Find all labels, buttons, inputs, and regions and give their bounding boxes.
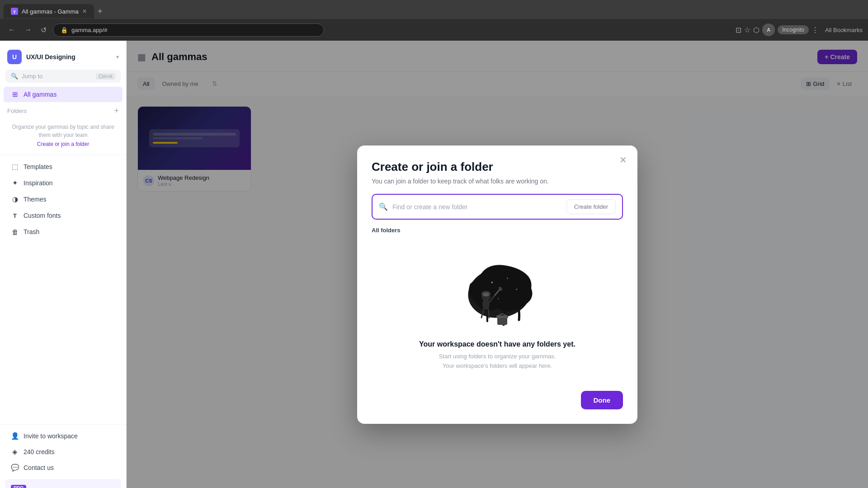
sidebar-item-contact[interactable]: 💬 Contact us	[4, 460, 123, 475]
sidebar-item-label: All gammas	[24, 91, 57, 98]
sidebar-label-contact: Contact us	[24, 464, 54, 471]
sidebar-item-custom-fonts[interactable]: T Custom fonts	[4, 208, 123, 223]
svg-text:✦: ✦	[497, 297, 499, 300]
inspiration-icon: ✦	[11, 179, 19, 187]
empty-illustration: ✦ ✦ ✦ ✦	[452, 250, 542, 331]
svg-text:✦: ✦	[491, 281, 494, 285]
svg-text:✦: ✦	[515, 288, 518, 291]
sidebar-bottom: 👤 Invite to workspace ◈ 240 credits 💬 Co…	[0, 421, 126, 488]
profile-avatar[interactable]: A	[762, 23, 775, 36]
folders-header: Folders +	[7, 106, 119, 116]
empty-state-desc: Start using folders to organize your gam…	[439, 352, 556, 371]
create-folder-button[interactable]: Create folder	[566, 199, 616, 214]
pro-badge: PRO	[11, 485, 26, 488]
folder-search-container: 🔍 Create folder	[372, 194, 623, 220]
cast-icon[interactable]: ⊡	[736, 26, 741, 34]
search-icon: 🔍	[11, 73, 18, 80]
browser-chrome: γ All gammas - Gamma ✕ + ← → ↺ 🔒 gamma.a…	[0, 0, 868, 41]
done-button[interactable]: Done	[581, 391, 623, 409]
menu-button[interactable]: ⋮	[811, 26, 819, 34]
modal-close-button[interactable]: ✕	[616, 153, 630, 167]
forward-button[interactable]: →	[22, 24, 34, 36]
folders-label: Folders	[7, 108, 27, 114]
sidebar-label-custom-fonts: Custom fonts	[24, 212, 61, 219]
folder-search-icon: 🔍	[379, 202, 388, 211]
folders-empty-text: Organize your gammas by topic and share …	[7, 123, 119, 139]
folder-search-input[interactable]	[392, 203, 562, 211]
all-gammas-icon: ⊞	[11, 90, 19, 99]
sidebar-label-invite: Invite to workspace	[24, 432, 78, 440]
browser-toolbar: ← → ↺ 🔒 gamma.app/# ⊡ ☆ ⬡ A Incognito ⋮ …	[0, 19, 868, 41]
modal-title: Create or join a folder	[372, 160, 623, 174]
svg-rect-16	[496, 315, 508, 318]
sidebar: U UX/UI Designing ▾ 🔍 Jump to Ctrl+K ⊞ A…	[0, 41, 127, 488]
back-button[interactable]: ←	[5, 24, 18, 36]
bookmarks-bar-text: All Bookmarks	[825, 27, 863, 33]
contact-icon: 💬	[11, 464, 19, 472]
pro-upgrade-banner[interactable]: PRO Upgrade to Gamma Pro Unlock unlimite…	[5, 479, 121, 488]
sidebar-label-credits: 240 credits	[24, 448, 54, 455]
sidebar-item-themes[interactable]: ◑ Themes	[4, 192, 123, 207]
tab-bar: γ All gammas - Gamma ✕ +	[0, 0, 868, 19]
tab-title: All gammas - Gamma	[22, 8, 79, 15]
modal-overlay[interactable]: ✕ Create or join a folder You can join a…	[127, 41, 868, 488]
folders-empty-state-modal: ✦ ✦ ✦ ✦	[372, 241, 623, 382]
address-bar[interactable]: 🔒 gamma.app/#	[53, 23, 324, 37]
main-content: ▦ All gammas + Create All Owned by me ⇅ …	[127, 41, 868, 488]
create-join-folder-modal: ✕ Create or join a folder You can join a…	[357, 145, 637, 424]
themes-icon: ◑	[11, 195, 19, 203]
sidebar-item-all-gammas[interactable]: ⊞ All gammas	[4, 87, 123, 102]
svg-text:✦: ✦	[506, 277, 509, 280]
incognito-badge: Incognito	[778, 25, 809, 34]
folders-section: Folders +	[0, 103, 126, 119]
bookmark-icon[interactable]: ☆	[744, 26, 750, 34]
browser-toolbar-right: ⊡ ☆ ⬡ A Incognito ⋮ All Bookmarks	[736, 23, 863, 36]
url-text: gamma.app/#	[71, 27, 108, 33]
sidebar-item-trash[interactable]: 🗑 Trash	[4, 224, 123, 239]
all-folders-label: All folders	[372, 227, 623, 234]
app-container: U UX/UI Designing ▾ 🔍 Jump to Ctrl+K ⊞ A…	[0, 41, 868, 488]
sidebar-label-themes: Themes	[24, 196, 47, 203]
reload-button[interactable]: ↺	[38, 24, 49, 36]
sidebar-label-templates: Templates	[24, 163, 52, 170]
search-label: Jump to	[22, 73, 42, 80]
folders-empty-state: Organize your gammas by topic and share …	[0, 119, 126, 151]
sidebar-divider	[0, 155, 126, 155]
modal-subtitle: You can join a folder to keep track of w…	[372, 178, 623, 185]
puzzle-icon[interactable]: ⬡	[753, 26, 760, 34]
workspace-chevron-icon: ▾	[116, 54, 119, 60]
trash-icon: 🗑	[11, 228, 19, 236]
search-shortcut: Ctrl+K	[96, 73, 115, 80]
sidebar-label-inspiration: Inspiration	[24, 179, 53, 187]
custom-fonts-icon: T	[11, 211, 19, 220]
workspace-header[interactable]: U UX/UI Designing ▾	[0, 46, 126, 70]
workspace-avatar: U	[7, 50, 22, 64]
credits-icon: ◈	[11, 448, 19, 456]
jump-to-search[interactable]: 🔍 Jump to Ctrl+K	[5, 70, 121, 83]
workspace-name: UX/UI Designing	[26, 53, 112, 61]
svg-line-7	[488, 309, 489, 318]
templates-icon: ⬚	[11, 163, 19, 171]
sidebar-item-templates[interactable]: ⬚ Templates	[4, 159, 123, 174]
sidebar-item-invite[interactable]: 👤 Invite to workspace	[4, 428, 123, 444]
sidebar-item-inspiration[interactable]: ✦ Inspiration	[4, 175, 123, 191]
active-tab[interactable]: γ All gammas - Gamma ✕	[4, 4, 94, 19]
sidebar-divider-2	[0, 424, 126, 425]
close-tab-button[interactable]: ✕	[82, 8, 87, 14]
add-folder-button[interactable]: +	[114, 106, 119, 116]
svg-point-11	[483, 293, 489, 296]
tab-favicon: γ	[11, 8, 18, 15]
new-tab-button[interactable]: +	[94, 5, 106, 18]
invite-icon: 👤	[11, 432, 19, 440]
sidebar-item-credits[interactable]: ◈ 240 credits	[4, 444, 123, 460]
sidebar-label-trash: Trash	[24, 228, 39, 235]
create-folder-link[interactable]: Create or join a folder	[7, 141, 119, 147]
modal-footer: Done	[372, 391, 623, 409]
empty-state-title: Your workspace doesn't have any folders …	[419, 340, 576, 348]
